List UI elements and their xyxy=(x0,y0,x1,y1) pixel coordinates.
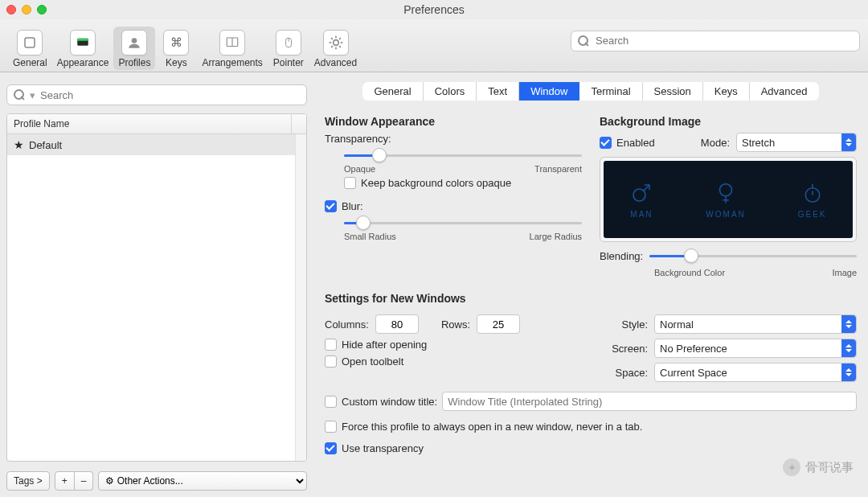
toolbar-advanced[interactable]: Advanced xyxy=(309,27,362,70)
use-transparency-label: Use transparency xyxy=(342,442,424,454)
svg-line-13 xyxy=(331,38,333,39)
svg-line-18 xyxy=(644,185,650,191)
keys-icon: ⌘ xyxy=(163,30,189,55)
open-toolbelt-label: Open toolbelt xyxy=(342,355,403,368)
stepper-icon xyxy=(841,364,856,381)
profile-tab-bar: General Colors Text Window Terminal Sess… xyxy=(362,82,818,101)
general-icon xyxy=(17,30,43,55)
star-icon: ★ xyxy=(14,138,24,151)
svg-rect-0 xyxy=(25,38,35,47)
remove-profile-button[interactable]: – xyxy=(75,471,94,491)
blur-label: Blur: xyxy=(342,200,363,212)
force-newwindow-label: Force this profile to always open in a n… xyxy=(342,421,642,433)
other-actions-select[interactable]: ⚙ Other Actions... xyxy=(98,471,307,491)
transparency-label: Transparency: xyxy=(325,133,582,145)
keep-opaque-check[interactable]: Keep background colors opaque xyxy=(344,177,582,189)
blending-slider[interactable] xyxy=(649,249,857,263)
profile-name-header[interactable]: Profile Name xyxy=(7,114,292,133)
toolbar-general[interactable]: General xyxy=(8,27,52,70)
toolbar-profiles[interactable]: Profiles xyxy=(113,27,155,70)
pointer-icon xyxy=(276,30,301,55)
transparency-slider[interactable] xyxy=(344,148,582,162)
style-label: Style: xyxy=(600,318,648,331)
columns-input[interactable] xyxy=(375,314,419,334)
profile-search-input[interactable] xyxy=(39,88,300,102)
open-toolbelt-check[interactable]: Open toolbelt xyxy=(325,355,582,368)
toolbar-keys[interactable]: ⌘ Keys xyxy=(155,27,197,70)
scrollbar[interactable] xyxy=(295,134,306,461)
tab-advanced[interactable]: Advanced xyxy=(750,82,819,101)
window-appearance-title: Window Appearance xyxy=(325,115,582,128)
toolbar-search-input[interactable] xyxy=(594,34,853,47)
blending-max-label: Image xyxy=(832,268,857,277)
space-select[interactable]: Current Space xyxy=(654,363,857,382)
add-profile-button[interactable]: + xyxy=(55,471,75,491)
use-transparency-check[interactable]: Use transparency xyxy=(325,442,857,454)
checkbox-icon xyxy=(344,177,356,189)
tab-keys[interactable]: Keys xyxy=(703,82,750,101)
tab-colors[interactable]: Colors xyxy=(424,82,477,101)
transparency-min-label: Opaque xyxy=(344,164,375,174)
svg-point-19 xyxy=(720,183,732,195)
bgimage-enabled-check[interactable]: Enabled xyxy=(600,137,655,149)
mode-select[interactable]: Stretch xyxy=(736,133,857,152)
profile-search[interactable]: ▾ xyxy=(6,84,307,105)
svg-rect-2 xyxy=(77,39,88,41)
preview-man-icon: MAN xyxy=(629,181,653,219)
advanced-icon xyxy=(323,30,349,55)
tab-window[interactable]: Window xyxy=(519,82,579,101)
checkbox-icon xyxy=(325,442,337,454)
profile-settings-panel: General Colors Text Window Terminal Sess… xyxy=(313,72,868,497)
arrangements-icon xyxy=(219,30,245,55)
svg-point-3 xyxy=(132,38,137,43)
hide-after-check[interactable]: Hide after opening xyxy=(325,339,582,351)
profile-bottom-controls: Tags > + – ⚙ Other Actions... xyxy=(6,471,307,491)
rows-input[interactable] xyxy=(477,314,520,334)
force-newwindow-check[interactable]: Force this profile to always open in a n… xyxy=(325,421,857,433)
tab-general[interactable]: General xyxy=(362,82,423,101)
toolbar-keys-label: Keys xyxy=(166,57,187,68)
blur-max-label: Large Radius xyxy=(530,232,582,241)
custom-title-input[interactable] xyxy=(442,392,857,411)
space-value: Current Space xyxy=(660,367,727,379)
profile-table-header[interactable]: Profile Name xyxy=(7,114,306,134)
profile-name: Default xyxy=(29,139,62,151)
tab-text[interactable]: Text xyxy=(477,82,519,101)
style-select[interactable]: Normal xyxy=(654,314,857,334)
blending-label: Blending: xyxy=(600,250,643,262)
toolbar-appearance[interactable]: Appearance xyxy=(52,27,114,70)
search-icon xyxy=(14,89,25,101)
checkbox-icon xyxy=(325,421,337,433)
blur-check[interactable]: Blur: xyxy=(325,200,582,212)
newwindows-title: Settings for New Windows xyxy=(325,292,857,305)
rows-label: Rows: xyxy=(441,318,470,331)
search-icon xyxy=(578,35,589,47)
titlebar: Preferences xyxy=(0,0,868,19)
blur-slider[interactable] xyxy=(344,216,582,230)
svg-line-14 xyxy=(339,46,341,47)
tags-button[interactable]: Tags > xyxy=(6,471,50,491)
screen-value: No Preference xyxy=(660,343,727,355)
tab-terminal[interactable]: Terminal xyxy=(579,82,642,101)
blending-min-label: Background Color xyxy=(654,268,725,277)
custom-title-check[interactable]: Custom window title: xyxy=(325,392,857,411)
tab-session[interactable]: Session xyxy=(643,82,703,101)
screen-select[interactable]: No Preference xyxy=(654,339,857,358)
profile-row-default[interactable]: ★ Default xyxy=(7,134,295,155)
bgimage-title: Background Image xyxy=(600,115,857,128)
custom-title-label: Custom window title: xyxy=(342,396,437,408)
profile-table: Profile Name ★ Default xyxy=(6,113,307,462)
toolbar-pointer[interactable]: Pointer xyxy=(268,27,309,70)
mode-label: Mode: xyxy=(701,137,730,149)
toolbar-search[interactable] xyxy=(571,31,860,51)
blur-min-label: Small Radius xyxy=(344,232,396,241)
checkbox-icon xyxy=(325,200,337,212)
bgimage-preview[interactable]: MAN WOMAN GEEK xyxy=(600,157,857,242)
toolbar-pointer-label: Pointer xyxy=(273,57,304,68)
profile-list[interactable]: ★ Default xyxy=(7,134,295,461)
toolbar-arrangements[interactable]: Arrangements xyxy=(197,27,267,70)
chevron-down-icon[interactable]: ▾ xyxy=(30,89,35,101)
preview-geek-icon: GEEK xyxy=(798,181,827,219)
toolbar-advanced-label: Advanced xyxy=(314,57,357,68)
svg-line-15 xyxy=(331,46,333,47)
